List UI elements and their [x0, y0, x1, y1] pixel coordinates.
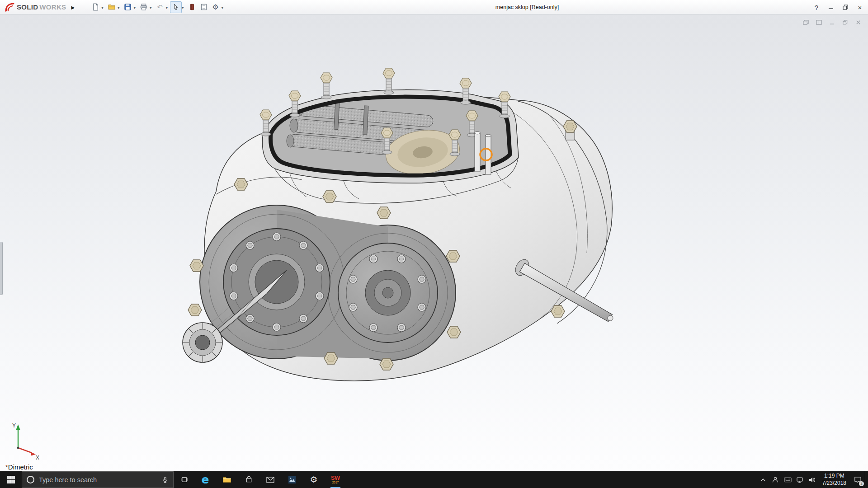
cascade-doc-button[interactable]	[801, 18, 810, 26]
select-cursor-icon	[172, 3, 179, 11]
open-button[interactable]	[106, 1, 118, 13]
brand-text-works: WORKS	[39, 3, 66, 11]
x-axis-label: X	[36, 455, 39, 460]
dropdown-arrow-icon[interactable]: ▾	[150, 4, 152, 10]
cascade-icon	[802, 19, 809, 25]
minimize-doc-icon	[829, 19, 835, 25]
triad-origin	[17, 447, 19, 449]
file-properties-icon	[200, 3, 208, 11]
print-button[interactable]	[138, 1, 150, 13]
help-button[interactable]: ?	[809, 0, 824, 14]
dropdown-arrow-icon[interactable]: ▾	[118, 4, 120, 10]
restore-doc-button[interactable]	[840, 18, 849, 26]
quick-access-toolbar: ▾ ▾ ▾ ▾ ↶▾ ▾ ⚙▾	[90, 1, 226, 13]
solidworks-logo: SOLIDWORKS	[0, 2, 68, 12]
network-icon	[796, 476, 803, 483]
photos-icon	[288, 476, 296, 484]
pane-splitter[interactable]	[0, 242, 3, 295]
mail-icon	[266, 477, 274, 483]
window-controls: ? ×	[809, 0, 867, 14]
close-doc-button[interactable]	[854, 18, 863, 26]
chevron-up-icon	[760, 478, 766, 482]
y-axis: Y	[12, 422, 20, 448]
orientation-triad: Y X	[5, 420, 42, 460]
select-tool-button[interactable]	[170, 1, 182, 13]
dropdown-arrow-icon[interactable]: ▾	[165, 4, 168, 10]
save-button[interactable]	[122, 1, 133, 13]
search-placeholder: Type here to search	[39, 476, 157, 483]
taskbar: Type here to search e ⚙ SW 2017	[0, 471, 868, 488]
system-tray: 1:19 PM 7/23/2018 3	[757, 471, 868, 488]
tray-keyboard-button[interactable]	[782, 471, 794, 488]
restore-doc-icon	[842, 19, 848, 25]
minimize-doc-button[interactable]	[827, 18, 836, 26]
title-bar: SOLIDWORKS ▶ ▾ ▾ ▾ ▾ ↶▾ ▾ ⚙▾ menjac sklo…	[0, 0, 868, 14]
open-folder-icon	[108, 3, 116, 11]
tile-doc-button[interactable]	[814, 18, 823, 26]
clock-time: 1:19 PM	[824, 473, 844, 480]
tray-people-button[interactable]	[769, 471, 782, 488]
restore-icon	[843, 5, 848, 10]
settings-gear-icon: ⚙	[310, 475, 317, 484]
volume-icon	[808, 476, 816, 483]
taskbar-app-solidworks[interactable]: SW 2017	[325, 471, 346, 488]
menu-flyout-button[interactable]: ▶	[68, 1, 78, 13]
file-explorer-icon	[222, 476, 231, 483]
windows-logo-icon	[7, 476, 15, 483]
notification-badge: 3	[859, 481, 864, 486]
document-title: menjac sklop [Read-only]	[495, 4, 559, 10]
microphone-icon[interactable]	[162, 476, 169, 483]
file-properties-button[interactable]	[198, 1, 210, 13]
minimize-icon	[828, 5, 834, 10]
print-icon	[140, 3, 148, 11]
options-button[interactable]: ⚙	[210, 1, 222, 13]
x-axis: X	[18, 448, 39, 460]
taskbar-clock[interactable]: 1:19 PM 7/23/2018	[818, 471, 850, 488]
taskbar-app-store[interactable]	[238, 471, 259, 488]
solidworks-app-icon: SW 2017	[331, 475, 340, 484]
dropdown-arrow-icon[interactable]: ▾	[222, 4, 224, 10]
dropdown-arrow-icon[interactable]: ▾	[182, 4, 184, 10]
undo-icon: ↶	[157, 3, 163, 11]
minimize-button[interactable]	[824, 0, 838, 14]
help-icon: ?	[815, 4, 818, 11]
gearbox-model[interactable]	[0, 14, 868, 471]
close-button[interactable]: ×	[853, 0, 867, 14]
taskbar-app-edge[interactable]: e	[194, 471, 216, 488]
store-icon	[245, 476, 253, 483]
action-center-button[interactable]: 3	[850, 471, 865, 488]
new-document-button[interactable]	[90, 1, 101, 13]
clock-date: 7/23/2018	[822, 480, 846, 487]
task-view-icon	[180, 476, 188, 483]
undo-button[interactable]: ↶	[154, 1, 165, 13]
taskbar-app-mail[interactable]	[259, 471, 281, 488]
tile-icon	[816, 19, 822, 25]
close-doc-icon	[855, 19, 861, 25]
show-desktop-button[interactable]	[865, 471, 868, 488]
taskbar-app-photos[interactable]	[281, 471, 303, 488]
graphics-area[interactable]: Y X *Dimetric	[0, 14, 868, 471]
right-cover-assembly[interactable]	[338, 243, 438, 343]
close-icon: ×	[858, 4, 862, 11]
solidworks-logo-icon	[5, 2, 15, 12]
dropdown-arrow-icon[interactable]: ▾	[101, 4, 104, 10]
start-button[interactable]	[0, 471, 22, 488]
cortana-icon	[27, 476, 34, 483]
tray-volume-button[interactable]	[806, 471, 818, 488]
appearances-button[interactable]	[186, 1, 198, 13]
view-orientation-label: *Dimetric	[5, 463, 33, 471]
taskbar-app-file-explorer[interactable]	[216, 471, 238, 488]
brand-text-solid: SOLID	[17, 3, 38, 11]
dropdown-arrow-icon[interactable]: ▾	[133, 4, 136, 10]
task-view-button[interactable]	[174, 471, 194, 488]
gear-icon: ⚙	[212, 3, 218, 11]
tray-chevron-button[interactable]	[757, 471, 769, 488]
new-document-icon	[92, 3, 99, 11]
edge-icon: e	[202, 474, 209, 485]
touch-keyboard-icon	[784, 477, 792, 483]
taskbar-search[interactable]: Type here to search	[22, 471, 174, 488]
taskbar-app-settings[interactable]: ⚙	[303, 471, 325, 488]
flyout-arrow-icon: ▶	[71, 5, 75, 10]
tray-network-button[interactable]	[794, 471, 806, 488]
restore-button[interactable]	[838, 0, 853, 14]
